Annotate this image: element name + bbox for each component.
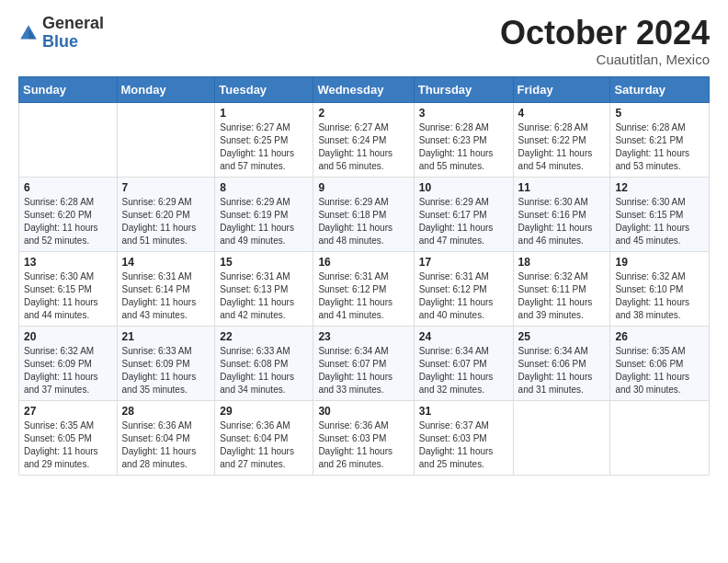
title-month: October 2024 [500, 15, 710, 52]
calendar-cell [19, 102, 118, 177]
calendar-cell: 9 Sunrise: 6:29 AMSunset: 6:18 PMDayligh… [313, 177, 414, 251]
title-location: Cuautitlan, Mexico [500, 52, 710, 67]
cell-info: Sunrise: 6:31 AMSunset: 6:12 PMDaylight:… [318, 271, 392, 320]
title-block: October 2024 Cuautitlan, Mexico [500, 15, 710, 67]
cell-info: Sunrise: 6:34 AMSunset: 6:07 PMDaylight:… [318, 346, 392, 395]
cell-info: Sunrise: 6:28 AMSunset: 6:20 PMDaylight:… [24, 197, 98, 246]
calendar-week-2: 6 Sunrise: 6:28 AMSunset: 6:20 PMDayligh… [19, 177, 710, 251]
cell-info: Sunrise: 6:34 AMSunset: 6:06 PMDaylight:… [518, 346, 593, 395]
cell-info: Sunrise: 6:29 AMSunset: 6:19 PMDaylight:… [220, 197, 294, 246]
cell-info: Sunrise: 6:36 AMSunset: 6:04 PMDaylight:… [220, 420, 294, 469]
header-tuesday: Tuesday [215, 76, 313, 102]
day-number: 1 [220, 107, 308, 120]
calendar-cell: 14 Sunrise: 6:31 AMSunset: 6:14 PMDaylig… [117, 251, 215, 326]
cell-info: Sunrise: 6:29 AMSunset: 6:17 PMDaylight:… [419, 197, 494, 246]
day-number: 14 [122, 256, 210, 269]
day-number: 12 [615, 181, 704, 194]
calendar-cell: 7 Sunrise: 6:29 AMSunset: 6:20 PMDayligh… [117, 177, 215, 251]
cell-info: Sunrise: 6:33 AMSunset: 6:08 PMDaylight:… [220, 346, 294, 395]
day-number: 27 [24, 405, 112, 418]
calendar-cell: 13 Sunrise: 6:30 AMSunset: 6:15 PMDaylig… [19, 251, 118, 326]
calendar-week-5: 27 Sunrise: 6:35 AMSunset: 6:05 PMDaylig… [19, 400, 710, 475]
day-number: 8 [220, 181, 308, 194]
cell-info: Sunrise: 6:32 AMSunset: 6:09 PMDaylight:… [24, 346, 98, 395]
calendar-cell: 27 Sunrise: 6:35 AMSunset: 6:05 PMDaylig… [19, 400, 118, 475]
day-number: 19 [615, 256, 704, 269]
day-number: 11 [518, 181, 606, 194]
calendar-cell: 8 Sunrise: 6:29 AMSunset: 6:19 PMDayligh… [215, 177, 313, 251]
calendar-cell: 21 Sunrise: 6:33 AMSunset: 6:09 PMDaylig… [117, 326, 215, 400]
calendar-cell: 15 Sunrise: 6:31 AMSunset: 6:13 PMDaylig… [215, 251, 313, 326]
cell-info: Sunrise: 6:28 AMSunset: 6:22 PMDaylight:… [518, 122, 593, 171]
header-sunday: Sunday [19, 76, 118, 102]
calendar-cell: 1 Sunrise: 6:27 AMSunset: 6:25 PMDayligh… [215, 102, 313, 177]
calendar-header-row: Sunday Monday Tuesday Wednesday Thursday… [19, 76, 710, 102]
day-number: 9 [318, 181, 408, 194]
cell-info: Sunrise: 6:30 AMSunset: 6:16 PMDaylight:… [518, 197, 593, 246]
calendar-cell [513, 400, 610, 475]
day-number: 4 [518, 107, 606, 120]
cell-info: Sunrise: 6:35 AMSunset: 6:05 PMDaylight:… [24, 420, 98, 469]
cell-info: Sunrise: 6:27 AMSunset: 6:25 PMDaylight:… [220, 122, 294, 171]
header-thursday: Thursday [414, 76, 513, 102]
calendar-cell [117, 102, 215, 177]
day-number: 15 [220, 256, 308, 269]
calendar-cell: 2 Sunrise: 6:27 AMSunset: 6:24 PMDayligh… [313, 102, 414, 177]
logo-blue: Blue [42, 32, 78, 51]
cell-info: Sunrise: 6:30 AMSunset: 6:15 PMDaylight:… [615, 197, 689, 246]
cell-info: Sunrise: 6:36 AMSunset: 6:04 PMDaylight:… [122, 420, 197, 469]
logo: General Blue [18, 15, 104, 52]
day-number: 31 [419, 405, 508, 418]
calendar-cell: 26 Sunrise: 6:35 AMSunset: 6:06 PMDaylig… [610, 326, 710, 400]
day-number: 22 [220, 330, 308, 343]
logo-general: General [42, 14, 104, 32]
cell-info: Sunrise: 6:27 AMSunset: 6:24 PMDaylight:… [318, 122, 392, 171]
cell-info: Sunrise: 6:28 AMSunset: 6:21 PMDaylight:… [615, 122, 689, 171]
day-number: 7 [122, 181, 210, 194]
day-number: 5 [615, 107, 704, 120]
calendar-cell: 16 Sunrise: 6:31 AMSunset: 6:12 PMDaylig… [313, 251, 414, 326]
calendar-cell: 12 Sunrise: 6:30 AMSunset: 6:15 PMDaylig… [610, 177, 710, 251]
calendar-cell: 4 Sunrise: 6:28 AMSunset: 6:22 PMDayligh… [513, 102, 610, 177]
day-number: 13 [24, 256, 112, 269]
calendar-cell: 24 Sunrise: 6:34 AMSunset: 6:07 PMDaylig… [414, 326, 513, 400]
header-wednesday: Wednesday [313, 76, 414, 102]
calendar-week-4: 20 Sunrise: 6:32 AMSunset: 6:09 PMDaylig… [19, 326, 710, 400]
day-number: 23 [318, 330, 408, 343]
calendar-cell: 28 Sunrise: 6:36 AMSunset: 6:04 PMDaylig… [117, 400, 215, 475]
day-number: 16 [318, 256, 408, 269]
calendar-cell [610, 400, 710, 475]
cell-info: Sunrise: 6:29 AMSunset: 6:20 PMDaylight:… [122, 197, 197, 246]
calendar-cell: 20 Sunrise: 6:32 AMSunset: 6:09 PMDaylig… [19, 326, 118, 400]
cell-info: Sunrise: 6:31 AMSunset: 6:14 PMDaylight:… [122, 271, 197, 320]
day-number: 26 [615, 330, 704, 343]
day-number: 2 [318, 107, 408, 120]
calendar-cell: 10 Sunrise: 6:29 AMSunset: 6:17 PMDaylig… [414, 177, 513, 251]
day-number: 24 [419, 330, 508, 343]
calendar-cell: 31 Sunrise: 6:37 AMSunset: 6:03 PMDaylig… [414, 400, 513, 475]
cell-info: Sunrise: 6:32 AMSunset: 6:11 PMDaylight:… [518, 271, 593, 320]
day-number: 30 [318, 405, 408, 418]
day-number: 10 [419, 181, 508, 194]
calendar-cell: 3 Sunrise: 6:28 AMSunset: 6:23 PMDayligh… [414, 102, 513, 177]
header: General Blue October 2024 Cuautitlan, Me… [18, 15, 710, 67]
cell-info: Sunrise: 6:35 AMSunset: 6:06 PMDaylight:… [615, 346, 689, 395]
calendar-cell: 22 Sunrise: 6:33 AMSunset: 6:08 PMDaylig… [215, 326, 313, 400]
logo-icon [18, 23, 39, 43]
cell-info: Sunrise: 6:31 AMSunset: 6:13 PMDaylight:… [220, 271, 294, 320]
day-number: 25 [518, 330, 606, 343]
day-number: 29 [220, 405, 308, 418]
calendar-cell: 23 Sunrise: 6:34 AMSunset: 6:07 PMDaylig… [313, 326, 414, 400]
calendar-cell: 11 Sunrise: 6:30 AMSunset: 6:16 PMDaylig… [513, 177, 610, 251]
cell-info: Sunrise: 6:37 AMSunset: 6:03 PMDaylight:… [419, 420, 494, 469]
cell-info: Sunrise: 6:34 AMSunset: 6:07 PMDaylight:… [419, 346, 494, 395]
day-number: 18 [518, 256, 606, 269]
cell-info: Sunrise: 6:29 AMSunset: 6:18 PMDaylight:… [318, 197, 392, 246]
header-monday: Monday [117, 76, 215, 102]
day-number: 6 [24, 181, 112, 194]
cell-info: Sunrise: 6:36 AMSunset: 6:03 PMDaylight:… [318, 420, 392, 469]
logo-text: General Blue [42, 15, 104, 52]
cell-info: Sunrise: 6:30 AMSunset: 6:15 PMDaylight:… [24, 271, 98, 320]
calendar-week-3: 13 Sunrise: 6:30 AMSunset: 6:15 PMDaylig… [19, 251, 710, 326]
cell-info: Sunrise: 6:31 AMSunset: 6:12 PMDaylight:… [419, 271, 494, 320]
